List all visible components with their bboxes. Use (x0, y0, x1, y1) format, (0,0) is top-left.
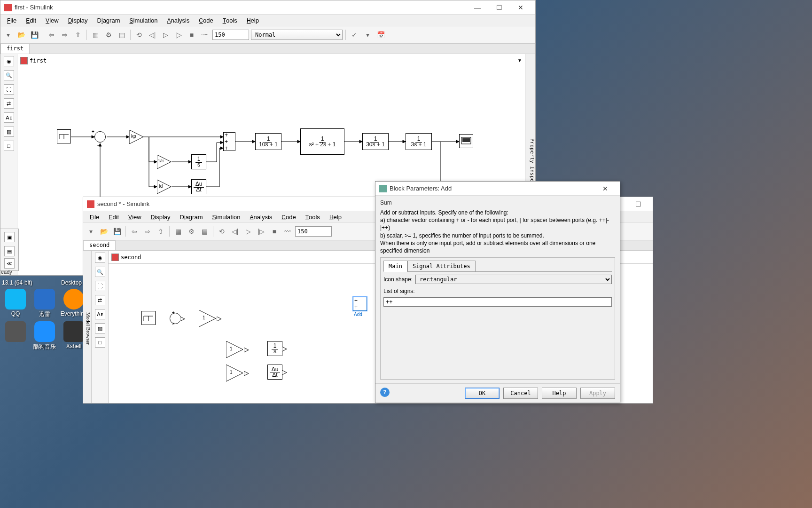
menu-diagram[interactable]: Diagram (175, 212, 208, 222)
autoarrange-icon[interactable]: ⇄ (95, 295, 105, 305)
model-browser[interactable]: Model Browser (83, 251, 92, 403)
menu-analysis[interactable]: Analysis (245, 212, 277, 222)
menu-view[interactable]: View (41, 15, 63, 26)
tf4-block[interactable]: 13s + 1 (406, 133, 432, 150)
menu-analysis[interactable]: Analysis (163, 15, 195, 26)
config-button[interactable]: ⚙ (103, 29, 114, 40)
list-of-signs-input[interactable] (383, 297, 612, 307)
annotation-icon[interactable]: Aᴇ (4, 112, 14, 123)
help-button[interactable]: Help (542, 388, 577, 399)
sum-rect-block[interactable]: +++ (223, 132, 235, 151)
tab-signal-attributes[interactable]: Signal Attributes (407, 261, 476, 272)
gain2-block[interactable]: 1 (226, 341, 245, 358)
area-icon[interactable]: □ (95, 337, 105, 348)
stepback-button[interactable]: ◁| (229, 226, 241, 237)
explorer-button[interactable]: ▤ (116, 29, 127, 40)
menu-help[interactable]: Help (325, 212, 346, 222)
image-icon[interactable]: ▧ (4, 127, 14, 137)
tab-second[interactable]: second (83, 240, 116, 250)
fastrestart-button[interactable]: ⟲ (216, 226, 227, 237)
fit-icon[interactable]: ⛶ (4, 84, 14, 95)
stop-button[interactable]: ■ (269, 226, 280, 237)
menu-view[interactable]: View (124, 212, 146, 222)
menu-display[interactable]: Display (146, 212, 175, 222)
help-icon[interactable]: ? (380, 388, 390, 397)
build-button[interactable]: ✓ (349, 29, 360, 40)
integrator-block[interactable]: 1s (267, 341, 282, 356)
gain3-block[interactable]: 1 (226, 365, 245, 381)
autoarrange-icon[interactable]: ⇄ (4, 98, 14, 109)
stepfwd-button[interactable]: |▷ (173, 29, 184, 40)
fastrestart-button[interactable]: ⟲ (133, 29, 145, 40)
forward-button[interactable]: ⇨ (59, 29, 70, 40)
signal-button[interactable]: 〰 (282, 226, 293, 237)
forward-button[interactable]: ⇨ (142, 226, 153, 237)
minimize-button[interactable]: — (467, 0, 488, 15)
xunlei-icon[interactable]: 迅雷 (31, 289, 58, 318)
explorer-button[interactable]: ▤ (199, 226, 210, 237)
ok-button[interactable]: OK (465, 388, 500, 399)
derivative-block[interactable]: ΔuΔt (191, 179, 206, 194)
gain-td-block[interactable]: td (157, 180, 172, 194)
menu-tools[interactable]: Tools (301, 212, 325, 222)
apply-button[interactable]: Apply (580, 388, 615, 399)
save-button[interactable]: 💾 (29, 29, 40, 40)
sum-block[interactable] (94, 131, 106, 143)
stop-button[interactable]: ■ (186, 29, 197, 40)
cancel-button[interactable]: Cancel (503, 388, 538, 399)
tab-first[interactable]: first (0, 44, 30, 54)
library-button[interactable]: ▦ (172, 226, 184, 237)
new-button[interactable]: ▾ (2, 29, 14, 40)
deploy-button[interactable]: ▾ (362, 29, 373, 40)
fit-icon[interactable]: ⛶ (95, 281, 105, 291)
open-button[interactable]: 📂 (98, 226, 109, 237)
nav-hide-icon[interactable]: ◉ (4, 56, 14, 66)
scope-block[interactable] (459, 134, 473, 148)
wechat-icon[interactable] (2, 321, 29, 351)
icon-shape-select[interactable]: rectangular (415, 275, 612, 284)
close-button[interactable]: ✕ (510, 0, 531, 15)
sum-block[interactable] (170, 313, 181, 324)
menu-simulation[interactable]: Simulation (125, 15, 162, 26)
date-button[interactable]: 📅 (375, 29, 386, 40)
dialog-titlebar[interactable]: Block Parameters: Add ✕ (375, 182, 620, 196)
menu-help[interactable]: Help (242, 15, 264, 26)
breadcrumb-dropdown-icon[interactable]: ▼ (517, 58, 522, 63)
run-button[interactable]: ▷ (242, 226, 254, 237)
maximize-button[interactable]: ☐ (488, 0, 510, 15)
menu-simulation[interactable]: Simulation (207, 212, 245, 222)
dialog-close-button[interactable]: ✕ (594, 182, 616, 196)
image-icon[interactable]: ▧ (95, 323, 105, 333)
nav-hide-icon[interactable]: ◉ (95, 253, 105, 263)
simmode-select[interactable]: Normal (251, 30, 343, 40)
gain-kp-block[interactable]: kp (129, 130, 144, 144)
save-button[interactable]: 💾 (111, 226, 123, 237)
up-button[interactable]: ⇧ (155, 226, 166, 237)
maximize-button[interactable]: ☐ (627, 197, 649, 211)
derivative-block[interactable]: ΔuΔt (267, 365, 282, 380)
back-button[interactable]: ⇦ (129, 226, 140, 237)
new-button[interactable]: ▾ (85, 226, 96, 237)
gain1-block[interactable]: 1 (199, 310, 218, 327)
open-button[interactable]: 📂 (16, 29, 27, 40)
stoptime-input[interactable] (212, 30, 249, 40)
library-button[interactable]: ▦ (90, 29, 101, 40)
menu-file[interactable]: File (2, 15, 21, 26)
stoptime-input[interactable] (295, 226, 332, 237)
stepback-button[interactable]: ◁| (147, 29, 158, 40)
stepfwd-button[interactable]: |▷ (256, 226, 267, 237)
titlebar-first[interactable]: first - Simulink — ☐ ✕ (0, 0, 535, 15)
add-block[interactable]: ++ (353, 297, 367, 311)
step-block[interactable] (57, 129, 71, 143)
run-button[interactable]: ▷ (160, 29, 171, 40)
up-button[interactable]: ⇧ (72, 29, 84, 40)
zoom-search-icon[interactable]: 🔍 (4, 70, 14, 80)
menu-edit[interactable]: Edit (104, 212, 124, 222)
tab-main[interactable]: Main (383, 261, 407, 272)
menu-tools[interactable]: Tools (218, 15, 242, 26)
tf1-block[interactable]: 110s + 1 (255, 133, 281, 150)
tf3-block[interactable]: 130s + 1 (362, 133, 389, 150)
qq-icon[interactable]: QQ (2, 289, 29, 318)
menu-display[interactable]: Display (63, 15, 93, 26)
breadcrumb-first[interactable]: first ▼ (17, 54, 525, 67)
